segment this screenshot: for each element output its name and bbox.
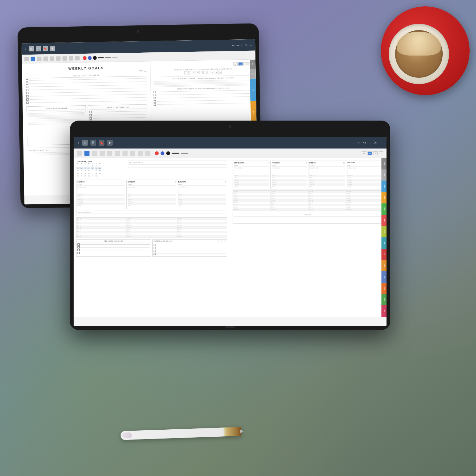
rating-4[interactable]: 4 [196, 71, 199, 74]
more-icon[interactable]: ··· [249, 43, 252, 47]
todo-checkbox[interactable] [77, 252, 80, 254]
t2-week-tab-plus[interactable]: + [379, 151, 383, 155]
cal-cell-6[interactable]: 6 [80, 167, 83, 169]
t2-insert-tool[interactable] [122, 151, 128, 156]
todo-checkbox[interactable] [154, 250, 156, 252]
rating-2[interactable]: 2 [188, 71, 191, 74]
cal-cell-8[interactable]: 8 [87, 167, 91, 169]
redo-icon[interactable]: ↪ [236, 43, 239, 47]
t2-tab-feb[interactable]: FEB [381, 192, 387, 203]
t2-color-black[interactable] [166, 151, 170, 155]
t2-week-tab-m[interactable]: M [362, 151, 366, 155]
t2-tab-mar[interactable]: MAR [381, 203, 387, 215]
todo-checkbox[interactable] [77, 249, 80, 251]
t2-text-tool[interactable] [138, 151, 143, 156]
t2-week-tab-we[interactable]: WE [367, 151, 372, 155]
rating-7[interactable]: 7 [207, 71, 210, 74]
t2-tab-aug[interactable]: AUG [381, 260, 387, 271]
t2-add-icon[interactable]: + [369, 140, 371, 145]
cal-cell-11[interactable]: 11 [98, 167, 102, 169]
t2-shape-tool[interactable] [115, 151, 120, 156]
t2-tab-nov2020[interactable]: NOV [381, 158, 387, 169]
pen-tool[interactable] [43, 56, 48, 61]
grid-icon[interactable]: ⊞ [29, 46, 34, 51]
t2-color-red[interactable] [155, 151, 159, 155]
t2-extra-tool[interactable] [145, 151, 150, 156]
todo-checkbox[interactable] [77, 243, 80, 246]
t2-tab-jul[interactable]: JUL [381, 249, 387, 260]
t1-tab-nov2020[interactable]: NOV [250, 60, 256, 69]
t2-color-blue[interactable] [161, 151, 164, 155]
rating-5[interactable]: 5 [200, 71, 203, 74]
cal-cell-5[interactable]: 5 [76, 167, 80, 169]
rating-9[interactable]: 9 [215, 71, 218, 74]
t2-tab-sep[interactable]: SEP [381, 271, 387, 283]
shape-tool[interactable] [56, 56, 61, 61]
rating-6[interactable]: 6 [203, 71, 207, 74]
t2-tab-apr[interactable]: APR [381, 215, 387, 226]
t2-close-icon[interactable]: ✕ [374, 141, 377, 145]
t2-lasso-tool[interactable] [107, 151, 112, 156]
back-button[interactable]: ‹ [25, 46, 26, 51]
close-icon[interactable]: ✕ [245, 43, 248, 47]
undo-icon[interactable]: ↩ [232, 43, 235, 47]
t2-bookmark-icon[interactable]: 🔖 [99, 140, 104, 146]
t2-pen-tool[interactable] [100, 151, 105, 156]
t2-camera-tool[interactable] [130, 151, 135, 156]
t1-tab-jan[interactable]: JAN [250, 79, 256, 102]
t2-grid-icon[interactable]: ⊞ [82, 140, 88, 146]
rating-8[interactable]: 8 [211, 71, 214, 74]
todo-checkbox[interactable] [154, 253, 156, 255]
t2-redo-icon[interactable]: ↪ [363, 141, 366, 145]
t2-stroke-thin[interactable] [190, 153, 197, 153]
week-tab-m[interactable]: M [233, 63, 238, 66]
week-tab-f[interactable]: F [243, 62, 248, 65]
color-blue[interactable] [88, 56, 92, 60]
insert-tool[interactable] [63, 56, 67, 60]
pages-icon[interactable] [24, 57, 29, 61]
t2-stroke-thick[interactable] [172, 153, 179, 154]
t2-eraser-tool[interactable] [92, 151, 97, 156]
stroke-medium[interactable] [105, 57, 111, 58]
t2-tab-nov[interactable]: NOV [381, 294, 387, 306]
t2-pages-icon[interactable] [77, 151, 82, 156]
t2-search-icon[interactable]: 🔍 [90, 140, 96, 146]
t2-more-icon[interactable]: ··· [380, 141, 383, 145]
share-icon[interactable]: ⬆ [50, 46, 55, 51]
rating-3[interactable]: 3 [192, 71, 195, 74]
pencil-tool[interactable] [31, 56, 35, 61]
t2-share-icon[interactable]: ⬆ [107, 140, 113, 146]
bookmark-icon[interactable]: 🔖 [43, 46, 48, 51]
t2-back-button[interactable]: ‹ [77, 140, 79, 146]
todo-checkbox[interactable] [77, 246, 80, 248]
t2-week-tab-f[interactable]: F [373, 151, 378, 155]
eraser-tool[interactable] [37, 56, 42, 61]
t2-pencil-tool[interactable] [84, 151, 89, 156]
t2-stroke-medium[interactable] [181, 153, 188, 154]
color-red[interactable] [83, 56, 87, 60]
t2-undo-icon[interactable]: ↩ [357, 141, 360, 145]
todo-checkbox[interactable] [154, 247, 156, 249]
cal-cell-10[interactable]: 10 [95, 167, 98, 169]
camera-tool[interactable] [69, 56, 73, 60]
color-black[interactable] [93, 56, 97, 60]
rating-1[interactable]: 1 [184, 71, 188, 74]
stroke-thin[interactable] [112, 57, 118, 57]
cal-cell-9[interactable]: 9 [91, 167, 94, 169]
t2-tab-jan[interactable]: JAN [381, 181, 387, 192]
todo-checkbox[interactable] [154, 244, 156, 246]
cal-cell-7[interactable]: 7 [83, 167, 87, 169]
tablet-2-home-button[interactable] [225, 326, 235, 328]
week-tab-we[interactable]: WE [238, 62, 243, 65]
t1-tab-dec2020[interactable]: DEC [250, 69, 256, 79]
t2-tab-oct[interactable]: OCT [381, 283, 387, 294]
search-icon[interactable]: 🔍 [36, 46, 41, 51]
stroke-thick[interactable] [98, 57, 104, 58]
t2-tab-jun[interactable]: JUN [381, 237, 387, 249]
rating-10[interactable]: 10 [219, 70, 222, 74]
t2-tab-may[interactable]: MAY [381, 226, 387, 237]
lasso-tool[interactable] [50, 56, 54, 61]
add-icon[interactable]: + [241, 43, 243, 47]
t2-tab-dec[interactable]: DEC [381, 305, 387, 317]
text-tool[interactable] [75, 56, 80, 60]
